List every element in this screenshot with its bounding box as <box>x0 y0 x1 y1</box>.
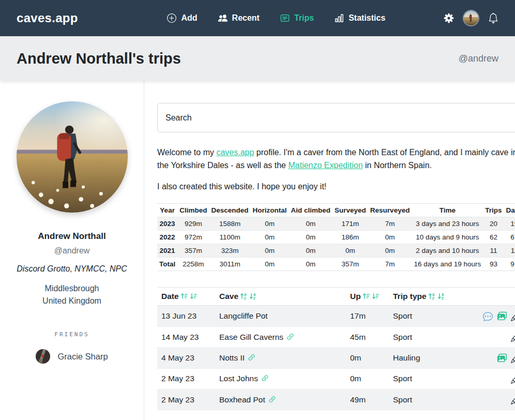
profile-location: Middlesbrough United Kingdom <box>0 282 144 307</box>
stats-value-cell: 2 days and 10 hours <box>412 244 483 258</box>
trip-date: 4 May 23 <box>157 348 215 368</box>
friend-item[interactable]: Gracie Sharp <box>0 349 144 364</box>
nav-item-add[interactable]: Add <box>167 13 197 23</box>
trip-date: 2 May 23 <box>157 389 215 410</box>
user-avatar[interactable] <box>463 10 479 26</box>
photos-icon[interactable] <box>497 353 507 363</box>
stats-column-header: Surveyed <box>332 204 368 217</box>
stats-year-cell: 2023 <box>157 217 177 231</box>
trip-type: Sport <box>389 389 455 410</box>
stats-value-cell: 20 <box>483 217 504 231</box>
sort-numeric-asc-icon[interactable] <box>362 292 370 300</box>
nav-item-trips[interactable]: Trips <box>280 13 314 23</box>
nav-item-label: Trips <box>294 13 314 23</box>
trips-row[interactable]: 2 May 23Lost Johns0mSport <box>157 368 515 389</box>
trip-actions <box>455 389 515 410</box>
search-input[interactable] <box>157 103 515 132</box>
notifications-bell-icon[interactable] <box>488 13 498 23</box>
stats-value-cell: 929m <box>177 217 209 231</box>
navbar: caves.app Add Recent Trips Statistics <box>0 0 515 36</box>
trips-row[interactable]: 14 May 23Ease Gill Caverns45mSport <box>157 326 515 347</box>
stats-value-cell: 0m <box>289 217 333 231</box>
stats-value-cell: 7m <box>368 258 412 271</box>
bio-link[interactable]: Matienzo Expedition <box>288 161 362 170</box>
svg-text:Z: Z <box>244 296 247 300</box>
stats-value-cell: 91 <box>504 258 515 271</box>
stats-value-cell: 2258m <box>177 258 209 271</box>
stats-value-cell: 0m <box>251 217 289 231</box>
settings-gear-icon[interactable] <box>444 13 454 23</box>
profile-photo <box>17 101 128 213</box>
svg-text:Z: Z <box>432 296 434 300</box>
trips-table: Date CaveAZAZ Up Trip typeAZAZ 13 Jun 23… <box>157 287 515 410</box>
sort-alpha-desc-icon[interactable]: AZ <box>249 292 257 300</box>
cave-link-icon[interactable] <box>261 374 269 383</box>
sort-alpha-asc-icon[interactable]: AZ <box>240 292 248 300</box>
trip-cave: Ease Gill Caverns <box>215 326 346 347</box>
nav-item-recent[interactable]: Recent <box>218 13 260 23</box>
trip-type: Sport <box>389 326 455 347</box>
country-link[interactable]: United Kingdom <box>0 295 144 307</box>
sort-alpha-desc-icon[interactable]: AZ <box>437 292 445 300</box>
nav-item-label: Add <box>181 13 197 23</box>
nav-menu: Add Recent Trips Statistics <box>109 13 444 23</box>
stats-value-cell: 11 <box>483 244 504 258</box>
stats-value-cell: 186m <box>332 231 368 244</box>
edit-pencil-icon[interactable] <box>511 395 515 404</box>
cave-link-icon[interactable] <box>268 395 277 404</box>
stats-column-header: Trips <box>483 204 504 217</box>
stats-column-header: Descended <box>209 204 251 217</box>
trips-row[interactable]: 4 May 23Notts II0mHauling <box>157 348 515 368</box>
sort-numeric-desc-icon[interactable] <box>372 292 380 300</box>
main-panel: Welcome to my caves.app profile. I'm a c… <box>144 81 515 420</box>
trips-col-type: Trip typeAZAZ <box>389 288 455 306</box>
friend-avatar <box>36 349 50 364</box>
trip-date: 13 Jun 23 <box>157 306 215 326</box>
stats-table-body: 2023929m1588m0m0m171m7m3 days and 23 hou… <box>157 217 515 271</box>
photos-icon[interactable] <box>497 311 507 321</box>
stats-value-cell: 3 days and 23 hours <box>412 217 483 231</box>
trip-actions <box>455 306 515 326</box>
stats-value-cell: 357m <box>177 244 209 258</box>
stats-value-cell: 19 <box>504 217 515 231</box>
trip-actions <box>455 348 515 368</box>
trip-up: 45m <box>346 326 389 347</box>
stats-value-cell: 7m <box>368 217 412 231</box>
nav-item-statistics[interactable]: Statistics <box>335 13 385 23</box>
stats-value-cell: 357m <box>332 258 368 271</box>
stats-value-cell: 11 <box>504 244 515 258</box>
stats-value-cell: 972m <box>177 231 209 244</box>
people-icon <box>218 13 228 23</box>
sort-numeric-desc-icon[interactable] <box>190 292 198 300</box>
trips-col-cave: CaveAZAZ <box>215 288 346 306</box>
bio-paragraph-2: I also created this website. I hope you … <box>157 181 515 193</box>
sort-alpha-asc-icon[interactable]: AZ <box>428 292 436 300</box>
sort-numeric-asc-icon[interactable] <box>180 292 188 300</box>
trips-col-date: Date <box>157 288 215 306</box>
navbar-actions <box>444 10 498 26</box>
comment-icon[interactable] <box>483 311 493 321</box>
bio-link[interactable]: caves.app <box>216 148 254 157</box>
stats-column-header: Climbed <box>177 204 209 217</box>
trip-cave: Boxhead Pot <box>215 389 346 410</box>
stats-value-cell: 0m <box>332 244 368 258</box>
trip-type: Sport <box>389 306 455 326</box>
edit-pencil-icon[interactable] <box>511 353 515 363</box>
stats-value-cell: 0m <box>368 244 412 258</box>
cave-link-icon[interactable] <box>247 353 256 362</box>
edit-pencil-icon[interactable] <box>511 374 515 384</box>
trips-row[interactable]: 2 May 23Boxhead Pot49mSport <box>157 389 515 410</box>
edit-pencil-icon[interactable] <box>511 332 515 342</box>
cave-link-icon[interactable] <box>286 333 295 341</box>
friends-heading: FRIENDS <box>0 331 144 338</box>
avatar-photo <box>17 101 128 213</box>
profile-username: @andrew <box>0 246 144 256</box>
trips-row[interactable]: 13 Jun 23Langcliffe Pot17mSport <box>157 306 515 326</box>
stats-value-cell: 171m <box>332 217 368 231</box>
brand-logo[interactable]: caves.app <box>17 11 78 25</box>
trip-up: 49m <box>346 389 389 410</box>
stats-value-cell: 0m <box>289 258 333 271</box>
location-link[interactable]: Middlesbrough <box>0 282 144 295</box>
stats-value-cell: 323m <box>209 244 251 258</box>
edit-pencil-icon[interactable] <box>511 311 515 321</box>
